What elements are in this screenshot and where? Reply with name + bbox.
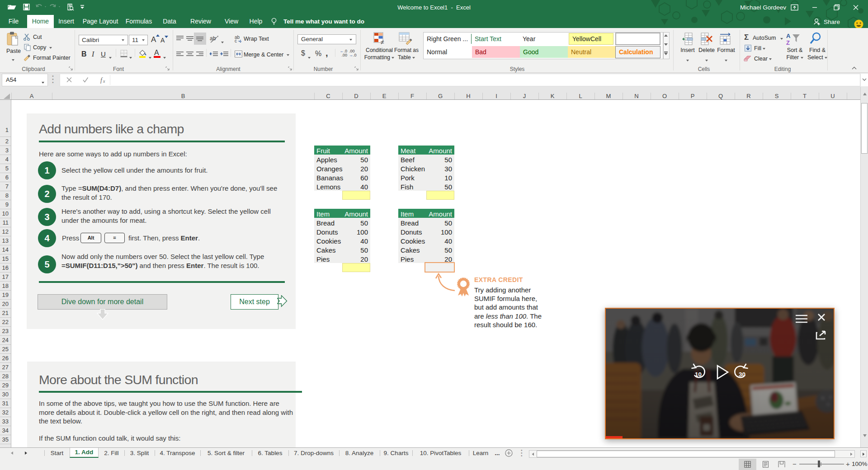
svg-text:c: c: [235, 38, 237, 43]
svg-text:≠: ≠: [381, 38, 384, 46]
svg-text:10: 10: [695, 371, 702, 378]
svg-text:x: x: [103, 79, 105, 84]
svg-text:Z: Z: [786, 39, 790, 46]
svg-text:A: A: [786, 33, 791, 39]
svg-text:30: 30: [739, 371, 745, 378]
